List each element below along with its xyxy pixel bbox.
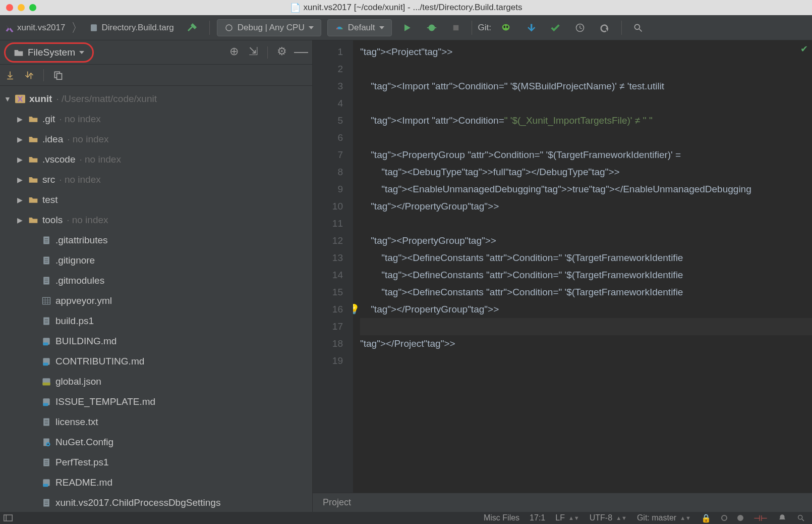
tree-file[interactable]: .gitignore [0, 250, 312, 271]
tree-root[interactable]: ▼ xunit · /Users/matt/code/xunit [0, 89, 312, 109]
breadcrumb-file[interactable]: Directory.Build.targ [84, 15, 179, 40]
expand-down-icon[interactable] [5, 70, 15, 80]
find-icon[interactable] [797, 514, 805, 522]
svg-line-67 [802, 519, 804, 521]
status-caret-pos[interactable]: 17:1 [530, 513, 545, 522]
project-sidebar: FileSystem ⊕ ⇲ ⚙ — [0, 40, 313, 512]
breadcrumb-project[interactable]: xunit.vs2017 [0, 15, 70, 40]
tree-folder[interactable]: ▶ .vscode · no index [0, 149, 312, 170]
memory-indicator[interactable] [721, 515, 727, 521]
alien-icon [500, 22, 511, 33]
git-history-button[interactable] [570, 19, 590, 36]
debug-button[interactable] [421, 19, 442, 36]
folder-hint: · no index [59, 174, 100, 185]
chevron-right-icon[interactable]: ▶ [17, 135, 24, 143]
code-area[interactable]: "tag"><Project"tag">> "tag"><Import "att… [353, 40, 812, 493]
git-label: Git: [478, 23, 491, 33]
tree-file[interactable]: CONTRIBUTING.md [0, 351, 312, 372]
tree-file[interactable]: PerfTest.ps1 [0, 452, 312, 473]
run-config-selector[interactable]: Default [327, 19, 392, 36]
chevron-right-icon[interactable]: ▶ [17, 115, 24, 123]
tree-file[interactable]: license.txt [0, 412, 312, 432]
status-git[interactable]: Git: master ▲▼ [637, 513, 691, 522]
run-config-label: Default [348, 23, 375, 33]
status-encoding[interactable]: UTF-8 ▲▼ [590, 513, 627, 522]
tree-folder[interactable]: ▶ test [0, 190, 312, 210]
file-name: .gitmodules [55, 275, 104, 286]
stop-button[interactable] [446, 19, 466, 36]
error-indicator-icon[interactable]: ⊣⊢ [753, 513, 768, 523]
bug-icon [426, 22, 437, 33]
svg-rect-42 [43, 363, 48, 366]
editor-breadcrumb[interactable]: Project [313, 493, 812, 512]
status-line-ending[interactable]: LF ▲▼ [555, 513, 579, 522]
tree-file[interactable]: global.json [0, 372, 312, 392]
separator [43, 69, 44, 81]
locate-icon[interactable]: ⊕ [229, 46, 239, 57]
git-update-button[interactable] [520, 19, 541, 36]
git-commit-button[interactable] [545, 19, 566, 36]
svg-rect-44 [43, 383, 50, 386]
tree-file[interactable]: .gitmodules [0, 271, 312, 291]
svg-point-4 [428, 24, 435, 31]
breadcrumb-project-label: xunit.vs2017 [17, 23, 65, 33]
chevron-right-icon[interactable]: ▶ [17, 216, 24, 224]
svg-rect-59 [43, 484, 48, 487]
file-name: xunit.vs2017.ChildProcessDbgSettings [55, 497, 220, 508]
inspector-icon[interactable] [778, 513, 787, 522]
status-context[interactable]: Misc Files [484, 513, 519, 522]
tree-file[interactable]: xunit.vs2017.ChildProcessDbgSettings [0, 493, 312, 512]
tree-folder[interactable]: ▶ .git · no index [0, 109, 312, 129]
svg-point-66 [798, 515, 802, 519]
minimize-panel-icon[interactable]: — [296, 46, 306, 57]
file-icon [41, 296, 51, 306]
window-title-text: xunit.vs2017 [~/code/xunit] - .../test/D… [304, 3, 523, 13]
tree-file[interactable]: .gitattributes [0, 230, 312, 250]
chevron-down-icon [379, 26, 384, 29]
file-tree[interactable]: ▼ xunit · /Users/matt/code/xunit ▶ .git … [0, 86, 312, 512]
run-button[interactable] [397, 19, 417, 36]
chevron-right-icon[interactable]: ▶ [17, 176, 24, 184]
file-name: NuGet.Config [55, 437, 113, 448]
arrow-down-icon [526, 23, 536, 33]
tree-folder[interactable]: ▶ tools · no index [0, 210, 312, 230]
tree-file[interactable]: appveyor.yml [0, 291, 312, 311]
tree-folder[interactable]: ▶ .idea · no index [0, 129, 312, 149]
build-button[interactable] [181, 19, 203, 36]
tree-file[interactable]: ISSUE_TEMPLATE.md [0, 392, 312, 412]
readonly-lock-icon[interactable]: 🔒 [701, 513, 711, 523]
file-icon [41, 377, 51, 387]
gutter[interactable]: 12345678910111213141516171819 [313, 40, 353, 493]
chevron-down-icon[interactable]: ▼ [4, 95, 11, 103]
tree-folder[interactable]: ▶ src · no index [0, 170, 312, 190]
folder-name: .vscode [42, 154, 75, 165]
file-icon [41, 316, 51, 326]
file-name: appveyor.yml [55, 295, 112, 306]
file-icon [41, 336, 51, 346]
view-selector[interactable]: FileSystem [4, 42, 94, 63]
main-toolbar: xunit.vs2017 〉 Directory.Build.targ Debu… [0, 15, 812, 40]
chevron-right-icon[interactable]: ▶ [17, 155, 24, 164]
file-name: license.txt [55, 416, 98, 428]
copy-icon[interactable] [53, 70, 63, 80]
expand-both-icon[interactable] [24, 70, 34, 80]
collapse-icon[interactable]: ⇲ [248, 46, 258, 57]
tree-root-name: xunit [29, 93, 52, 104]
code-editor[interactable]: ✔ 12345678910111213141516171819 "tag"><P… [313, 40, 812, 512]
gear-icon[interactable]: ⚙ [277, 46, 287, 57]
inspector-icon-svg [778, 513, 787, 522]
tree-file[interactable]: README.md [0, 473, 312, 493]
tree-file[interactable]: NuGet.Config [0, 432, 312, 452]
tree-file[interactable]: build.ps1 [0, 311, 312, 331]
folder-name: .idea [42, 134, 63, 145]
git-branch-button[interactable] [495, 19, 516, 36]
search-button[interactable] [628, 19, 648, 36]
tree-file[interactable]: BUILDING.md [0, 331, 312, 351]
process-indicator[interactable] [737, 515, 743, 521]
chevron-right-icon[interactable]: ▶ [17, 196, 24, 204]
config-selector[interactable]: Debug | Any CPU [217, 19, 321, 36]
git-revert-button[interactable] [594, 19, 615, 36]
inspection-ok-icon[interactable]: ✔ [800, 43, 808, 55]
tool-window-toggle[interactable] [0, 514, 16, 521]
clock-icon [575, 23, 585, 33]
